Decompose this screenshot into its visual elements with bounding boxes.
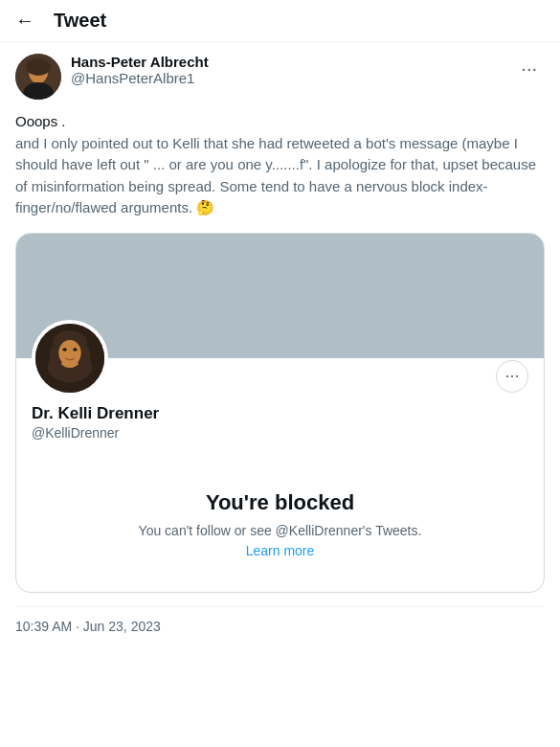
avatar[interactable] [15,54,61,100]
profile-card-header: ··· Dr. Kelli Drenner @KelliDrenner [16,320,544,452]
learn-more-link[interactable]: Learn more [246,543,315,558]
blocked-description: You can't follow or see @KelliDrenner's … [32,523,528,538]
tweet-text-line1: Ooops . [15,113,66,129]
author-name[interactable]: Hans-Peter Albrecht [71,54,209,70]
page-title: Tweet [54,10,106,32]
back-button[interactable]: ← [15,10,34,32]
tweet-emoji: 🤔 [196,199,214,215]
profile-card-name[interactable]: Dr. Kelli Drenner [32,404,528,423]
svg-point-2 [26,58,51,76]
tweet-timestamp: 10:39 AM · Jun 23, 2023 [15,606,545,642]
author-info: Hans-Peter Albrecht @HansPeterAlbre1 [71,54,209,86]
profile-card-more-button[interactable]: ··· [496,360,528,393]
avatar-image [15,54,61,100]
tweet-more-button[interactable]: ··· [513,54,545,83]
profile-card-avatar-image [35,324,104,393]
profile-card: ··· Dr. Kelli Drenner @KelliDrenner You'… [15,233,545,593]
profile-card-handle[interactable]: @KelliDrenner [32,425,528,441]
blocked-title: You're blocked [32,490,528,515]
profile-card-avatar[interactable] [32,320,108,396]
tweet-header: ← Tweet [0,0,560,42]
author-handle[interactable]: @HansPeterAlbre1 [71,70,209,86]
tweet-author-left: Hans-Peter Albrecht @HansPeterAlbre1 [15,54,209,100]
profile-card-avatar-row: ··· [32,320,528,396]
tweet-body: Hans-Peter Albrecht @HansPeterAlbre1 ···… [0,42,560,642]
svg-point-10 [58,340,80,366]
tweet-author-row: Hans-Peter Albrecht @HansPeterAlbre1 ··· [15,54,545,100]
blocked-section: You're blocked You can't follow or see @… [32,471,528,569]
svg-point-11 [62,348,67,351]
svg-point-12 [73,348,78,351]
tweet-text: Ooops . and I only pointed out to Kelli … [15,111,545,219]
tweet-text-muted: and I only pointed out to Kelli that she… [15,135,536,216]
